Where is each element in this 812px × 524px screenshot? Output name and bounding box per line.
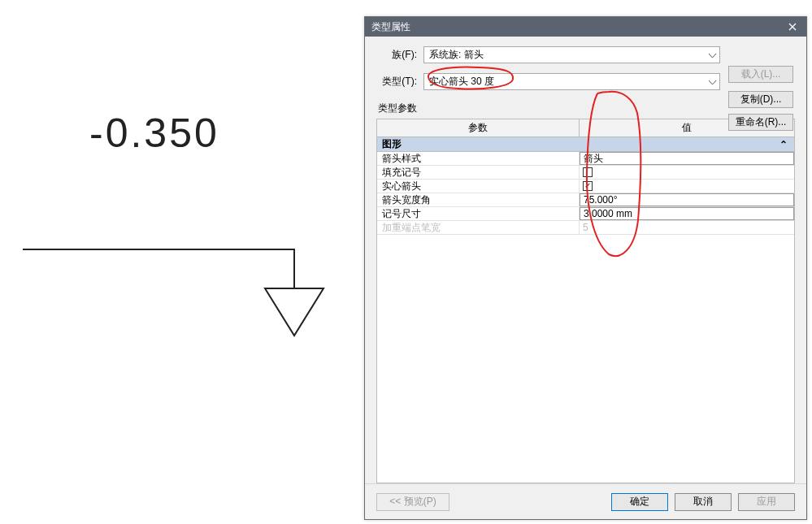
param-cell: 加重端点笔宽 — [377, 221, 580, 234]
titlebar-title: 类型属性 — [371, 20, 784, 34]
rename-button[interactable]: 重命名(R)... — [728, 114, 793, 131]
ok-button[interactable]: 确定 — [611, 493, 668, 511]
family-row: 族(F): 系统族: 箭头 — [376, 46, 720, 63]
dialog-body: 族(F): 系统族: 箭头 类型(T): 实心箭头 30 度 载入(L)... … — [365, 37, 806, 483]
value-cell[interactable] — [580, 180, 794, 193]
apply-button[interactable]: 应用 — [738, 493, 795, 511]
side-buttons: 载入(L)... 复制(D)... 重命名(R)... — [728, 69, 793, 131]
value-cell[interactable]: 75.000° — [580, 193, 794, 206]
param-cell: 箭头样式 — [377, 152, 580, 165]
value-cell[interactable]: 3.0000 mm — [580, 207, 794, 220]
params-table: 参数 值 图形 ⌃ 箭头样式箭头填充记号实心箭头箭头宽度角75.000°记号尺寸… — [376, 119, 795, 483]
table-row: 填充记号 — [377, 166, 794, 180]
arrow-glyph-drawing — [23, 240, 332, 378]
dialog-footer: << 预览(P) 确定 取消 应用 — [365, 483, 806, 519]
chevron-down-icon — [709, 50, 716, 61]
collapse-icon: ⌃ — [779, 139, 788, 150]
close-icon — [788, 23, 797, 31]
group-row-graphics[interactable]: 图形 ⌃ — [377, 137, 794, 152]
drawing-canvas: -0.350 — [0, 0, 362, 524]
header-param: 参数 — [377, 119, 580, 136]
duplicate-button[interactable]: 复制(D)... — [728, 91, 793, 108]
family-value: 系统族: 箭头 — [429, 48, 484, 62]
load-button[interactable]: 载入(L)... — [728, 66, 793, 83]
table-row: 箭头样式箭头 — [377, 152, 794, 166]
family-combo[interactable]: 系统族: 箭头 — [423, 46, 720, 63]
titlebar[interactable]: 类型属性 — [365, 17, 806, 37]
param-cell: 记号尺寸 — [377, 207, 580, 220]
checkbox[interactable] — [583, 167, 593, 177]
type-properties-dialog: 类型属性 族(F): 系统族: 箭头 类型(T): 实心箭头 30 度 — [364, 16, 807, 520]
param-cell: 实心箭头 — [377, 180, 580, 193]
value-cell: 5 — [580, 221, 794, 234]
preview-button[interactable]: << 预览(P) — [376, 493, 449, 511]
param-cell: 箭头宽度角 — [377, 193, 580, 206]
table-row: 实心箭头 — [377, 180, 794, 193]
table-row: 加重端点笔宽5 — [377, 221, 794, 235]
value-cell[interactable] — [580, 166, 794, 179]
type-combo[interactable]: 实心箭头 30 度 — [423, 73, 720, 90]
table-row: 记号尺寸3.0000 mm — [377, 207, 794, 221]
type-label: 类型(T): — [376, 75, 417, 89]
type-value: 实心箭头 30 度 — [429, 75, 494, 89]
group-label: 图形 — [382, 137, 402, 151]
checkbox[interactable] — [583, 181, 593, 191]
type-row: 类型(T): 实心箭头 30 度 — [376, 73, 720, 90]
table-row: 箭头宽度角75.000° — [377, 193, 794, 207]
cancel-button[interactable]: 取消 — [675, 493, 732, 511]
chevron-down-icon — [709, 76, 716, 88]
value-cell[interactable]: 箭头 — [580, 152, 794, 165]
param-cell: 填充记号 — [377, 166, 580, 179]
close-button[interactable] — [784, 19, 801, 34]
measurement-text: -0.350 — [89, 110, 219, 157]
family-label: 族(F): — [376, 48, 417, 62]
